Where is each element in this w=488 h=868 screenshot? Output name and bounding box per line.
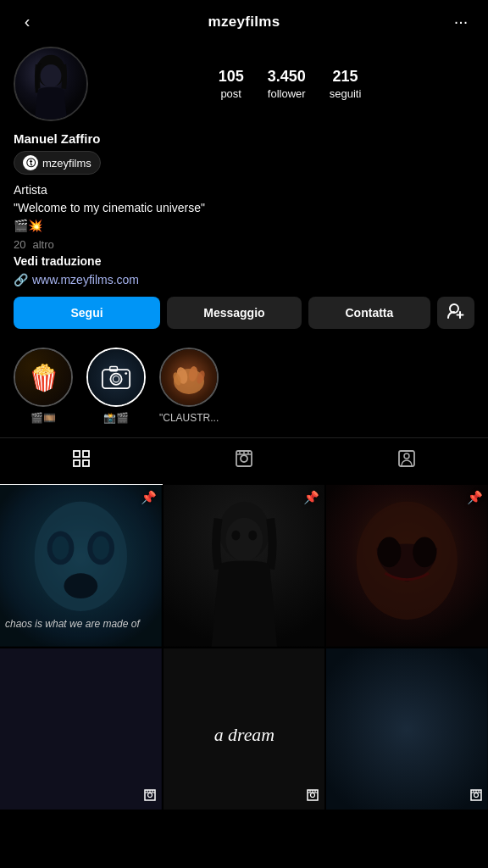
tabs-row xyxy=(0,437,488,485)
svg-rect-17 xyxy=(83,451,89,457)
contact-button[interactable]: Contatta xyxy=(308,297,430,329)
svg-point-10 xyxy=(125,372,127,375)
bio-line1: Artista "Welcome to my cinematic univers… xyxy=(14,181,474,235)
highlight-label-2: 📸🎬 xyxy=(103,412,129,424)
reel-icon-6 xyxy=(469,788,483,804)
tab-reels[interactable] xyxy=(163,438,325,485)
svg-rect-18 xyxy=(74,460,80,466)
tag-person-icon xyxy=(396,448,417,474)
reel-icon-4 xyxy=(143,788,157,804)
avatar[interactable] xyxy=(14,47,88,121)
reel-icon-5 xyxy=(306,788,319,804)
svg-point-38 xyxy=(225,518,263,562)
profile-info: Manuel Zaffiro ⓣ mzeyfilms Artista "Welc… xyxy=(0,131,488,287)
svg-point-21 xyxy=(241,455,247,462)
svg-point-44 xyxy=(413,537,437,568)
bio-more-row: 20 altro xyxy=(14,238,474,251)
following-label: seguiti xyxy=(330,87,362,100)
action-buttons: Segui Messaggio Contatta xyxy=(0,297,488,341)
followers-label: follower xyxy=(268,87,306,100)
highlight-item-3[interactable]: "CLAUSTR... xyxy=(159,348,219,424)
grid-icon xyxy=(71,448,92,474)
message-button[interactable]: Messaggio xyxy=(167,297,302,329)
post-cell-4[interactable] xyxy=(0,648,162,810)
stats-row: 105 post 3.450 follower 215 seguiti xyxy=(105,68,474,100)
threads-badge[interactable]: ⓣ mzeyfilms xyxy=(14,151,101,175)
posts-label: post xyxy=(220,87,241,100)
highlight-item-1[interactable]: 🍿 🎬🎞️ xyxy=(14,348,73,424)
back-button[interactable]: ‹ xyxy=(14,12,41,31)
post-cell-3[interactable]: 📌 xyxy=(326,485,488,647)
svg-point-43 xyxy=(378,537,402,568)
reels-icon xyxy=(234,448,254,474)
add-user-button[interactable] xyxy=(437,297,474,329)
tab-grid[interactable] xyxy=(0,438,163,485)
threads-icon: ⓣ xyxy=(23,155,38,170)
followers-stat[interactable]: 3.450 follower xyxy=(268,68,306,100)
display-name: Manuel Zaffiro xyxy=(14,131,474,146)
website-link[interactable]: www.mzeyfilms.com xyxy=(32,273,139,287)
tab-tagged[interactable] xyxy=(325,438,488,485)
post-overlay-text-1: chaos is what we are made of xyxy=(5,618,140,630)
svg-point-54 xyxy=(311,793,315,798)
highlight-image-3 xyxy=(161,349,217,405)
highlight-label-1: 🎬🎞️ xyxy=(30,412,56,424)
svg-rect-46 xyxy=(0,648,162,810)
highlight-circle-3 xyxy=(159,348,219,407)
threads-handle: mzeyfilms xyxy=(42,157,92,170)
highlight-circle-1: 🍿 xyxy=(14,348,73,407)
pin-icon-2: 📌 xyxy=(303,490,319,505)
more-options-button[interactable]: ··· xyxy=(447,12,474,31)
highlight-label-3: "CLAUSTR... xyxy=(159,412,219,424)
highlight-item-2[interactable]: 📸🎬 xyxy=(86,348,146,424)
follow-button[interactable]: Segui xyxy=(14,297,160,329)
svg-point-39 xyxy=(231,531,240,541)
link-icon: 🔗 xyxy=(14,273,28,287)
svg-point-27 xyxy=(404,453,409,459)
pin-icon-3: 📌 xyxy=(467,490,483,505)
svg-text:a dream: a dream xyxy=(214,725,274,745)
profile-top: 105 post 3.450 follower 215 seguiti xyxy=(0,40,488,131)
posts-grid: 📌 chaos is what we are made of xyxy=(0,485,488,810)
highlight-image-2 xyxy=(88,349,144,405)
svg-point-47 xyxy=(147,793,152,798)
svg-rect-19 xyxy=(83,460,89,466)
website-row: 🔗 www.mzeyfilms.com xyxy=(14,273,474,287)
svg-rect-59 xyxy=(326,648,488,810)
svg-point-40 xyxy=(248,531,257,541)
header-username: mzeyfilms xyxy=(208,14,280,31)
highlights-row: 🍿 🎬🎞️ 📸🎬 xyxy=(0,341,488,434)
pin-icon-1: 📌 xyxy=(141,490,157,505)
post-cell-5[interactable]: a dream xyxy=(164,648,325,810)
posts-stat[interactable]: 105 post xyxy=(219,68,244,100)
bio-more-label: altro xyxy=(32,238,53,251)
highlight-circle-2 xyxy=(86,348,146,407)
bio-emojis: 🎬💥 xyxy=(14,219,42,232)
posts-count: 105 xyxy=(219,68,244,86)
post-cell-6[interactable] xyxy=(326,648,488,810)
followers-count: 3.450 xyxy=(268,68,306,86)
translate-link[interactable]: Vedi traduzione xyxy=(14,254,474,268)
header: ‹ mzeyfilms ··· xyxy=(0,0,488,40)
post-cell-1[interactable]: 📌 chaos is what we are made of xyxy=(0,485,162,647)
svg-point-60 xyxy=(474,793,479,798)
highlight-image-1: 🍿 xyxy=(15,349,71,405)
bio-more-number: 20 xyxy=(14,238,25,251)
svg-point-2 xyxy=(41,64,62,87)
svg-rect-16 xyxy=(74,451,80,457)
following-count: 215 xyxy=(333,68,358,86)
post-cell-2[interactable]: 📌 xyxy=(164,485,325,647)
following-stat[interactable]: 215 seguiti xyxy=(330,68,362,100)
svg-point-7 xyxy=(110,374,121,385)
svg-point-8 xyxy=(113,376,119,382)
